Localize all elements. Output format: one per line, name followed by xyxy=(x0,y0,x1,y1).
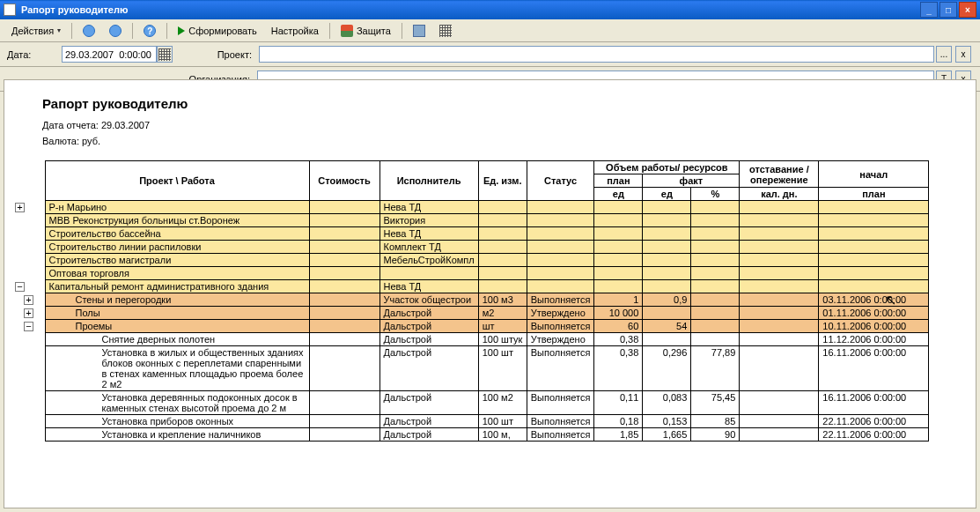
cell-cost xyxy=(309,320,379,333)
expand-icon[interactable]: + xyxy=(24,308,33,318)
cell-pct xyxy=(691,214,740,227)
project-select-button[interactable]: ... xyxy=(936,46,952,63)
cell-unit: 100 шт xyxy=(478,346,527,391)
report-area[interactable]: Рапорт руководителю Дата отчета: 29.03.2… xyxy=(4,79,976,508)
cell-fact: 0,9 xyxy=(643,293,691,307)
cell-start: 01.11.2006 0:00:00 xyxy=(819,307,929,320)
cell-fact xyxy=(643,214,691,227)
cell-status: Выполняется xyxy=(527,346,594,391)
th-cal-days: кал. дн. xyxy=(740,188,819,201)
tool-btn-2[interactable] xyxy=(103,22,128,40)
cell-pct xyxy=(691,307,740,320)
tree-gutter xyxy=(11,267,45,280)
table-row[interactable]: −ПроемыДальстройштВыполняется605410.11.2… xyxy=(11,320,929,333)
cell-start: 16.11.2006 0:00:00 xyxy=(819,346,929,391)
cell-pct xyxy=(691,241,740,254)
minimize-button[interactable]: _ xyxy=(920,2,938,18)
th-project: Проект \ Работа xyxy=(45,161,309,201)
expand-icon[interactable]: + xyxy=(15,203,25,212)
cell-cal xyxy=(740,428,819,442)
table-row[interactable]: Строительство бассейнаНева ТД xyxy=(11,227,929,241)
cell-fact: 54 xyxy=(643,320,691,333)
actions-label: Действия xyxy=(11,26,54,36)
cell-cal xyxy=(740,391,819,415)
cell-pct: 75,45 xyxy=(691,391,740,415)
tool-btn-1[interactable] xyxy=(77,22,101,40)
table-row[interactable]: +ПолыДальстройм2Утверждено10 00001.11.20… xyxy=(11,307,929,320)
table-row[interactable]: Установка и крепление наличниковДальстро… xyxy=(11,428,929,442)
help-icon: ? xyxy=(144,25,156,37)
cell-name: Снятие дверных полотен xyxy=(45,333,309,346)
tree-gutter: − xyxy=(11,320,45,333)
cell-name: Строительство линии распиловки xyxy=(45,241,309,254)
maximize-button[interactable]: □ xyxy=(939,2,957,18)
grid-icon xyxy=(439,25,452,37)
cell-exec: Дальстрой xyxy=(379,415,478,428)
table-row[interactable]: Установка приборов оконныхДальстрой100 ш… xyxy=(11,415,929,428)
report-currency-line: Валюта: руб. xyxy=(42,136,976,146)
cell-cost xyxy=(309,267,379,280)
table-row[interactable]: Установка деревянных подоконных досок в … xyxy=(11,391,929,415)
cell-cost xyxy=(309,346,379,391)
cell-name: Установка и крепление наличников xyxy=(45,428,309,442)
cell-status xyxy=(527,267,594,280)
cell-unit xyxy=(478,254,527,267)
table-row[interactable]: Строительство магистралиМебельСтройКомпл xyxy=(11,254,929,267)
cell-cost xyxy=(309,307,379,320)
cell-status xyxy=(527,241,594,254)
cell-cal xyxy=(740,320,819,333)
table-row[interactable]: Строительство линии распиловкиКомплект Т… xyxy=(11,241,929,254)
project-input[interactable] xyxy=(259,46,934,63)
help-button[interactable]: ? xyxy=(137,22,162,40)
close-button[interactable]: × xyxy=(959,2,976,18)
cell-exec: Дальстрой xyxy=(379,391,478,415)
view-btn-1[interactable] xyxy=(407,22,431,40)
cell-pct xyxy=(691,267,740,280)
cell-pct xyxy=(691,293,740,307)
table-row[interactable]: МВВ Реконструкция больницы ст.ВоронежВик… xyxy=(11,214,929,227)
table-row[interactable]: −Капитальный ремонт административного зд… xyxy=(11,280,929,293)
cell-unit: 100 шт xyxy=(478,415,527,428)
cell-start: 11.12.2006 0:00:00 xyxy=(819,333,929,346)
view-btn-2[interactable] xyxy=(433,22,458,40)
cell-status: Выполняется xyxy=(527,320,594,333)
cell-pct xyxy=(691,280,740,293)
cell-plan: 0,38 xyxy=(594,333,643,346)
separator xyxy=(71,23,72,39)
table-row[interactable]: +Р-н МарьиноНева ТД xyxy=(11,201,929,214)
collapse-icon[interactable]: − xyxy=(24,322,33,331)
expand-icon[interactable]: + xyxy=(24,295,33,305)
cell-plan: 0,11 xyxy=(594,391,643,415)
cell-start: 16.11.2006 0:00:00 xyxy=(819,391,929,415)
table-row[interactable]: Оптовая торговля xyxy=(11,267,929,280)
cell-start: 03.11.2006 0:00:00 xyxy=(819,293,929,307)
settings-button[interactable]: Настройка xyxy=(265,22,325,40)
cell-fact: 1,665 xyxy=(643,428,691,442)
cell-plan xyxy=(594,227,643,241)
protect-button[interactable]: Защита xyxy=(335,22,397,40)
table-row[interactable]: +Стены и перегородкиУчасток общестрои100… xyxy=(11,293,929,307)
tree-gutter xyxy=(11,346,45,391)
cell-cal xyxy=(740,201,819,214)
date-input[interactable] xyxy=(62,46,157,63)
tree-gutter xyxy=(11,214,45,227)
generate-button[interactable]: Сформировать xyxy=(172,22,263,40)
cell-plan xyxy=(594,254,643,267)
cell-start xyxy=(819,214,929,227)
separator xyxy=(132,23,133,39)
cell-cal xyxy=(740,293,819,307)
table-row[interactable]: Установка в жилых и общественных зданиях… xyxy=(11,346,929,391)
date-picker-button[interactable] xyxy=(157,46,173,63)
collapse-icon[interactable]: − xyxy=(15,282,25,292)
cell-start xyxy=(819,267,929,280)
project-clear-button[interactable]: x xyxy=(955,46,971,63)
tree-gutter xyxy=(11,241,45,254)
cell-cal xyxy=(740,307,819,320)
cell-fact xyxy=(643,333,691,346)
table-row[interactable]: Снятие дверных полотенДальстрой100 штукУ… xyxy=(11,333,929,346)
cell-cost xyxy=(309,391,379,415)
cell-unit xyxy=(478,280,527,293)
actions-menu[interactable]: Действия ▾ xyxy=(5,22,67,40)
cell-pct xyxy=(691,320,740,333)
cell-start xyxy=(819,201,929,214)
